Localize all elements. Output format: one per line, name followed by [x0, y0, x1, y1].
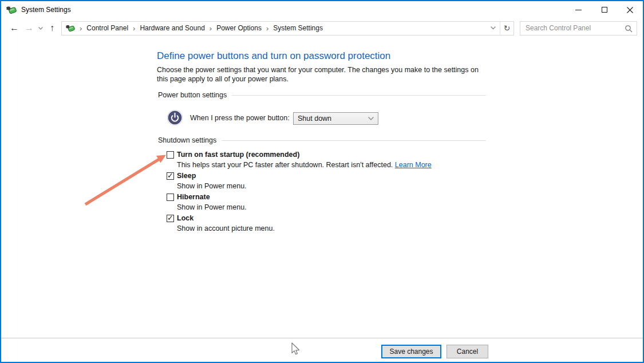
breadcrumb-separator: › [133, 25, 135, 32]
section-divider [222, 140, 486, 141]
option-label: Sleep [177, 172, 432, 180]
option-label: Hibernate [177, 193, 432, 201]
option-lock: Lock Show in account picture menu. [167, 214, 432, 233]
save-changes-button[interactable]: Save changes [381, 345, 441, 358]
chevron-down-icon [491, 26, 496, 30]
cancel-button[interactable]: Cancel [447, 345, 488, 358]
window-title: System Settings [21, 6, 71, 14]
forward-icon: → [25, 23, 34, 33]
hibernate-checkbox[interactable] [167, 194, 174, 201]
chevron-down-icon [368, 117, 378, 120]
breadcrumb-separator: › [266, 25, 268, 32]
dropdown-selected-value: Shut down [294, 115, 368, 123]
shutdown-options-list: Turn on fast startup (recommended) This … [167, 151, 432, 235]
section-title: Power button settings [158, 91, 227, 99]
option-fast-startup: Turn on fast startup (recommended) This … [167, 151, 432, 169]
option-label: Lock [177, 214, 432, 222]
learn-more-link[interactable]: Learn More [395, 161, 432, 169]
back-button[interactable]: ← [8, 21, 21, 35]
breadcrumb-control-panel[interactable]: Control Panel [86, 24, 128, 32]
refresh-button[interactable]: ↻ [500, 22, 513, 35]
maximize-button[interactable] [591, 1, 617, 18]
option-description: Show in Power menu. [177, 203, 432, 212]
recent-pages-button[interactable] [37, 21, 45, 35]
sleep-checkbox[interactable] [167, 172, 174, 180]
power-options-icon [6, 5, 17, 15]
refresh-icon: ↻ [504, 23, 511, 33]
option-description: Show in Power menu. [177, 182, 432, 191]
breadcrumb-system-settings[interactable]: System Settings [273, 24, 323, 32]
option-description: Show in account picture menu. [177, 224, 432, 233]
power-button-icon [167, 109, 183, 126]
minimize-button[interactable] [566, 1, 591, 18]
breadcrumb-separator: › [210, 25, 212, 32]
power-action-dropdown[interactable]: Shut down [293, 112, 378, 125]
power-button-row: When I press the power button: [167, 109, 290, 126]
lock-checkbox[interactable] [167, 215, 174, 222]
breadcrumb-separator: › [80, 25, 82, 32]
title-bar: System Settings [1, 1, 643, 18]
navigation-bar: ← → ↑ › Control Panel › Hardware and Sou… [1, 18, 643, 38]
close-button[interactable] [617, 1, 643, 18]
back-icon: ← [10, 23, 19, 33]
search-box [520, 21, 637, 35]
up-button[interactable]: ↑ [46, 21, 58, 35]
page-description: Choose the power settings that you want … [157, 65, 488, 84]
annotation-arrow [78, 149, 173, 211]
page-title: Define power buttons and turn on passwor… [157, 50, 390, 62]
shutdown-settings-section-header: Shutdown settings [158, 136, 486, 144]
option-description: This helps start your PC faster after sh… [177, 160, 432, 169]
section-divider [232, 95, 486, 96]
up-icon: ↑ [50, 23, 54, 33]
footer-divider [1, 338, 643, 338]
breadcrumb-power-options[interactable]: Power Options [216, 24, 262, 32]
search-input[interactable] [520, 22, 637, 35]
forward-button[interactable]: → [23, 21, 35, 35]
maximize-icon [602, 7, 607, 13]
address-bar[interactable]: › Control Panel › Hardware and Sound › P… [61, 21, 514, 35]
section-title: Shutdown settings [158, 136, 216, 144]
chevron-down-icon [38, 27, 43, 30]
mouse-cursor [290, 342, 301, 356]
breadcrumb-hardware-and-sound[interactable]: Hardware and Sound [140, 24, 204, 32]
fast-startup-checkbox[interactable] [167, 151, 174, 159]
option-description-text: This helps start your PC faster after sh… [177, 161, 395, 169]
power-options-icon [66, 23, 75, 33]
option-sleep: Sleep Show in Power menu. [167, 172, 432, 191]
option-hibernate: Hibernate Show in Power menu. [167, 193, 432, 212]
option-label: Turn on fast startup (recommended) [177, 151, 432, 159]
address-dropdown-button[interactable] [486, 22, 500, 35]
window-controls [566, 1, 643, 18]
power-button-label: When I press the power button: [190, 114, 290, 122]
power-button-settings-section-header: Power button settings [158, 91, 486, 99]
close-icon [627, 7, 633, 13]
system-settings-window: System Settings ← → ↑ [0, 0, 644, 363]
search-icon[interactable] [625, 25, 633, 33]
minimize-icon [575, 10, 582, 10]
